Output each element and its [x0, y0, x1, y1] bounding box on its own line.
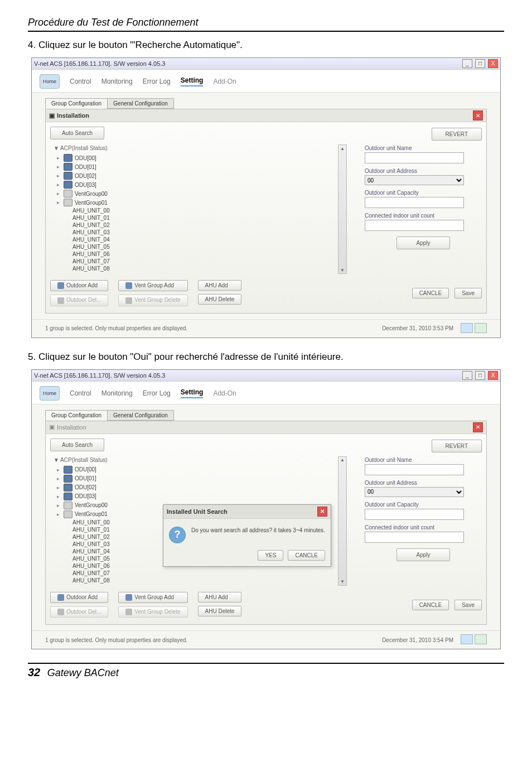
- tree-label[interactable]: ODU[00]: [75, 155, 96, 161]
- tree-item-ahu[interactable]: AHU_UNIT_06: [57, 250, 344, 258]
- save-button[interactable]: Save: [454, 600, 482, 610]
- auto-search-button[interactable]: Auto Search: [50, 127, 104, 139]
- tab-errorlog[interactable]: Error Log: [143, 389, 171, 397]
- tree-item-ahu[interactable]: AHU_UNIT_07: [57, 570, 344, 577]
- chevron-right-icon[interactable]: ▸: [57, 191, 61, 196]
- outdoor-add-button[interactable]: Outdoor Add: [50, 592, 108, 603]
- dialog-yes-button[interactable]: YES: [258, 550, 283, 561]
- tab-addon[interactable]: Add-On: [213, 78, 236, 85]
- panel-close-icon[interactable]: ✕: [473, 422, 483, 432]
- tab-errorlog[interactable]: Error Log: [143, 78, 171, 85]
- apply-button[interactable]: Apply: [396, 548, 449, 561]
- close-button[interactable]: X: [488, 59, 498, 68]
- dialog-close-icon[interactable]: ✕: [317, 507, 327, 517]
- chevron-right-icon[interactable]: ▸: [57, 155, 61, 161]
- dialog-cancle-button[interactable]: CANCLE: [288, 550, 325, 561]
- chevron-right-icon[interactable]: ▸: [57, 494, 61, 499]
- revert-button[interactable]: REVERT: [432, 128, 482, 141]
- chevron-right-icon[interactable]: ▸: [57, 476, 61, 481]
- indoor-count-field[interactable]: [365, 220, 464, 231]
- tab-setting[interactable]: Setting: [181, 76, 204, 86]
- scroll-down-icon[interactable]: ▼: [340, 578, 345, 585]
- maximize-button[interactable]: □: [475, 371, 485, 380]
- tree-label[interactable]: ODU[01]: [75, 164, 96, 170]
- tab-setting[interactable]: Setting: [181, 388, 204, 398]
- scroll-up-icon[interactable]: ▲: [340, 457, 345, 464]
- tree-label[interactable]: ODU[02]: [75, 173, 96, 179]
- tree-item-ahu[interactable]: AHU_UNIT_08: [57, 577, 344, 584]
- tree-label[interactable]: ODU[00]: [75, 466, 96, 473]
- outdoor-add-button[interactable]: Outdoor Add: [50, 280, 108, 291]
- tree-label[interactable]: VentGroup00: [75, 502, 108, 508]
- ahu-add-button[interactable]: AHU Add: [198, 592, 242, 602]
- tab-monitoring[interactable]: Monitoring: [101, 78, 133, 85]
- tree-label[interactable]: VentGroup01: [75, 511, 108, 517]
- outdoor-address-select[interactable]: 00: [365, 175, 464, 185]
- tree-item-ahu[interactable]: AHU_UNIT_07: [57, 258, 344, 265]
- tab-control[interactable]: Control: [70, 389, 91, 397]
- revert-button[interactable]: REVERT: [432, 440, 482, 452]
- outdoor-address-select[interactable]: 00: [365, 487, 464, 497]
- tree-item-ahu[interactable]: AHU_UNIT_02: [57, 221, 344, 229]
- scrollbar[interactable]: ▲ ▼: [338, 456, 347, 586]
- chevron-right-icon[interactable]: ▸: [57, 503, 61, 508]
- subtab-general[interactable]: General Configuration: [107, 98, 174, 109]
- outdoor-del-button[interactable]: Outdoor Del...: [50, 606, 108, 618]
- tree-label[interactable]: ODU[03]: [75, 493, 96, 499]
- save-button[interactable]: Save: [454, 288, 482, 298]
- ahu-delete-button[interactable]: AHU Delete: [198, 294, 242, 305]
- tree-item-ahu[interactable]: AHU_UNIT_05: [57, 243, 344, 250]
- tab-monitoring[interactable]: Monitoring: [101, 389, 133, 397]
- tree-label[interactable]: VentGroup01: [75, 200, 108, 206]
- scroll-down-icon[interactable]: ▼: [340, 267, 345, 273]
- chevron-right-icon[interactable]: ▸: [57, 467, 61, 473]
- tab-addon[interactable]: Add-On: [213, 389, 236, 397]
- chevron-right-icon[interactable]: ▸: [57, 512, 61, 517]
- ventgroup-del-button[interactable]: Vent Group Delete: [118, 295, 187, 306]
- ahu-delete-button[interactable]: AHU Delete: [198, 606, 242, 616]
- tab-home[interactable]: Home: [40, 74, 60, 89]
- scroll-up-icon[interactable]: ▲: [340, 145, 345, 152]
- outdoor-name-field[interactable]: [365, 464, 464, 475]
- outdoor-capacity-field[interactable]: [365, 197, 464, 208]
- panel-icon: ▣: [49, 423, 55, 431]
- chevron-right-icon[interactable]: ▸: [57, 164, 61, 170]
- auto-search-button[interactable]: Auto Search: [50, 438, 104, 451]
- ventgroup-add-button[interactable]: Vent Group Add: [118, 280, 187, 291]
- cancle-button[interactable]: CANCLE: [412, 288, 449, 298]
- subtab-group[interactable]: Group Configuration: [45, 98, 108, 109]
- divider: [28, 31, 504, 32]
- panel-close-icon[interactable]: ✕: [473, 110, 483, 120]
- minimize-button[interactable]: _: [462, 371, 472, 380]
- ventgroup-del-button[interactable]: Vent Group Delete: [118, 606, 187, 618]
- chevron-right-icon[interactable]: ▸: [57, 173, 61, 179]
- tree-item-ahu[interactable]: AHU_UNIT_03: [57, 229, 344, 236]
- tree-item-ahu[interactable]: AHU_UNIT_00: [57, 207, 344, 214]
- subtab-group[interactable]: Group Configuration: [45, 410, 108, 421]
- tree-item-ahu[interactable]: AHU_UNIT_08: [57, 265, 344, 272]
- ventgroup-add-button[interactable]: Vent Group Add: [118, 592, 187, 603]
- outdoor-del-button[interactable]: Outdoor Del...: [50, 295, 108, 306]
- maximize-button[interactable]: □: [475, 59, 485, 68]
- tree-label[interactable]: ODU[02]: [75, 484, 96, 490]
- apply-button[interactable]: Apply: [396, 237, 449, 249]
- outdoor-capacity-field[interactable]: [365, 509, 464, 520]
- outdoor-name-field[interactable]: [365, 152, 464, 163]
- tree-item-ahu[interactable]: AHU_UNIT_01: [57, 214, 344, 221]
- tree-item-ahu[interactable]: AHU_UNIT_04: [57, 236, 344, 243]
- tree-label[interactable]: ODU[03]: [75, 182, 96, 188]
- minimize-button[interactable]: _: [462, 59, 472, 68]
- tab-home[interactable]: Home: [40, 386, 60, 401]
- subtab-general[interactable]: General Configuration: [107, 410, 174, 421]
- cancle-button[interactable]: CANCLE: [412, 600, 449, 610]
- scrollbar[interactable]: ▲ ▼: [338, 144, 347, 274]
- tree-label[interactable]: VentGroup00: [75, 191, 108, 197]
- tree-label[interactable]: ODU[01]: [75, 475, 96, 481]
- tab-control[interactable]: Control: [70, 78, 91, 85]
- chevron-right-icon[interactable]: ▸: [57, 200, 61, 205]
- indoor-count-field[interactable]: [365, 532, 464, 543]
- chevron-right-icon[interactable]: ▸: [57, 182, 61, 187]
- ahu-add-button[interactable]: AHU Add: [198, 280, 242, 291]
- close-button[interactable]: X: [488, 371, 498, 380]
- chevron-right-icon[interactable]: ▸: [57, 485, 61, 490]
